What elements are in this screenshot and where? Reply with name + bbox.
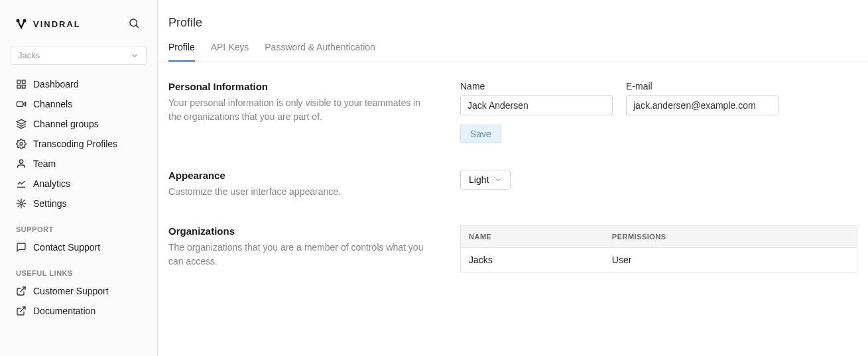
svg-point-14	[20, 202, 23, 205]
brand-logo[interactable]: VINDRAL	[15, 18, 81, 31]
svg-marker-10	[17, 119, 25, 124]
table-header-permissions: PERMISSIONS	[604, 226, 857, 248]
settings-icon	[16, 198, 27, 209]
sidebar-item-label: Channels	[33, 99, 72, 109]
search-icon	[128, 17, 140, 29]
section-title: Organizations	[168, 225, 434, 237]
sidebar-item-label: Channel groups	[33, 119, 99, 129]
sidebar-item-team[interactable]: Team	[8, 154, 149, 174]
section-title: Personal Information	[168, 81, 434, 92]
sidebar-item-channels[interactable]: Channels	[8, 94, 149, 114]
svg-point-11	[20, 143, 23, 145]
sidebar-item-label: Dashboard	[33, 79, 79, 89]
external-link-icon	[16, 306, 27, 316]
organizations-table: NAME PERMISSIONS Jacks User	[460, 225, 857, 272]
dashboard-icon	[16, 79, 27, 89]
user-icon	[16, 158, 27, 169]
theme-selector[interactable]: Light	[460, 170, 511, 190]
sidebar-item-label: Settings	[33, 198, 67, 209]
name-label: Name	[460, 81, 613, 91]
section-description: Customize the user interface appearance.	[168, 185, 434, 199]
main-content: Profile Profile API Keys Password & Auth…	[158, 0, 868, 356]
svg-line-16	[21, 307, 25, 312]
chevron-down-icon	[494, 176, 502, 184]
section-organizations: Organizations The organizations that you…	[168, 225, 857, 272]
chart-icon	[16, 178, 27, 189]
sidebar-item-label: Analytics	[33, 178, 70, 189]
tabs: Profile API Keys Password & Authenticati…	[158, 42, 868, 62]
table-row: Jacks User	[461, 248, 857, 272]
brand-name: VINDRAL	[33, 19, 81, 29]
svg-point-0	[17, 19, 19, 21]
sidebar: VINDRAL Jacks Dashboard Channels Channel…	[0, 0, 158, 356]
org-permissions-cell: User	[604, 248, 857, 272]
svg-point-12	[19, 160, 23, 163]
sidebar-item-label: Documentation	[33, 306, 95, 316]
gear-icon	[16, 139, 27, 149]
svg-rect-4	[17, 80, 21, 84]
org-selector[interactable]: Jacks	[11, 46, 147, 65]
svg-rect-8	[17, 102, 23, 107]
table-header-name: NAME	[461, 226, 604, 248]
svg-line-15	[21, 287, 25, 292]
sidebar-item-documentation[interactable]: Documentation	[8, 301, 149, 321]
org-selector-label: Jacks	[18, 50, 40, 60]
sidebar-item-settings[interactable]: Settings	[8, 194, 149, 213]
svg-rect-5	[22, 80, 25, 84]
svg-rect-7	[22, 85, 25, 88]
sidebar-item-dashboard[interactable]: Dashboard	[8, 74, 149, 94]
section-personal-information: Personal Information Your personal infor…	[168, 81, 857, 143]
sidebar-item-channel-groups[interactable]: Channel groups	[8, 114, 149, 134]
sidebar-section-support: SUPPORT	[0, 213, 157, 237]
svg-point-1	[23, 19, 25, 21]
sidebar-item-label: Transcoding Profiles	[33, 139, 117, 149]
section-description: Your personal information is only visibl…	[168, 96, 434, 124]
sidebar-section-links: USEFUL LINKS	[0, 257, 157, 281]
svg-point-2	[130, 19, 137, 27]
page-title: Profile	[158, 0, 868, 42]
org-name-cell: Jacks	[461, 248, 604, 272]
save-button[interactable]: Save	[460, 125, 501, 143]
tab-password-authentication[interactable]: Password & Authentication	[265, 42, 375, 62]
svg-line-3	[136, 25, 138, 27]
section-title: Appearance	[168, 170, 434, 181]
theme-value: Light	[469, 174, 489, 185]
external-link-icon	[16, 286, 27, 296]
sidebar-item-label: Customer Support	[33, 286, 109, 296]
email-input[interactable]	[626, 95, 778, 115]
sidebar-item-transcoding-profiles[interactable]: Transcoding Profiles	[8, 134, 149, 154]
vindral-logo-icon	[15, 18, 28, 31]
tab-api-keys[interactable]: API Keys	[211, 42, 249, 62]
sidebar-item-label: Contact Support	[33, 242, 100, 253]
chevron-down-icon	[130, 51, 139, 60]
section-description: The organizations that you are a member …	[168, 241, 434, 268]
sidebar-item-label: Team	[33, 158, 56, 169]
name-input[interactable]	[460, 95, 613, 115]
email-label: E-mail	[626, 81, 778, 91]
sidebar-item-analytics[interactable]: Analytics	[8, 174, 149, 194]
layers-icon	[16, 119, 27, 129]
sidebar-item-customer-support[interactable]: Customer Support	[8, 281, 149, 301]
video-icon	[16, 99, 27, 109]
section-appearance: Appearance Customize the user interface …	[168, 170, 857, 199]
search-button[interactable]	[125, 15, 143, 34]
svg-rect-6	[17, 85, 21, 88]
sidebar-item-contact-support[interactable]: Contact Support	[8, 237, 149, 257]
message-icon	[16, 242, 27, 253]
tab-profile[interactable]: Profile	[168, 42, 195, 62]
